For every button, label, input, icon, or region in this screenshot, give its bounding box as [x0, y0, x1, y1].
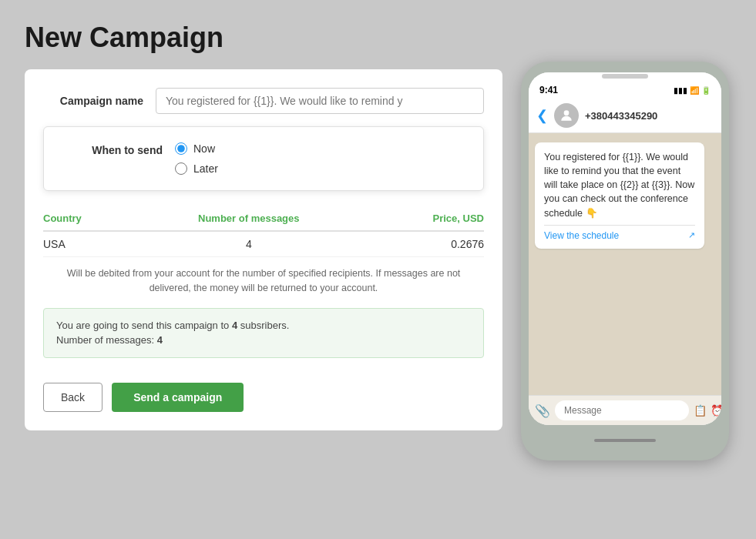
battery-icon: 🔋 [701, 86, 711, 95]
radio-later-input[interactable] [175, 162, 187, 175]
status-icons: ▮▮▮ 📶 🔋 [674, 86, 711, 95]
chat-contact: +380443345290 [585, 110, 657, 122]
main-layout: Campaign name When to send Now Later [0, 69, 756, 460]
recipients-table: Country Number of messages Price, USD US… [43, 206, 484, 257]
status-bar: 9:41 ▮▮▮ 📶 🔋 [529, 80, 721, 99]
chat-header: ❮ +380443345290 [529, 99, 721, 133]
radio-later-label: Later [193, 162, 218, 175]
page-title: New Campaign [0, 0, 756, 69]
when-to-send-label: When to send [62, 142, 163, 156]
when-row: When to send Now Later [62, 142, 465, 175]
chat-message-input[interactable] [555, 400, 689, 420]
chat-message-bubble: You registered for {{1}}. We would like … [535, 142, 704, 249]
col-country: Country [43, 206, 132, 231]
signal-icon: ▮▮▮ [674, 86, 687, 95]
chat-message-text: You registered for {{1}}. We would like … [544, 150, 695, 220]
chat-body: You registered for {{1}}. We would like … [529, 133, 721, 395]
info-line1-suffix: subsribers. [237, 320, 289, 331]
phone-mockup: 9:41 ▮▮▮ 📶 🔋 ❮ +380443345290 [521, 62, 729, 460]
col-price: Price, USD [366, 206, 484, 231]
campaign-name-row: Campaign name [43, 88, 484, 114]
page-container: New Campaign Campaign name When to send … [0, 0, 756, 460]
external-link-icon: ↗ [688, 230, 695, 240]
radio-now-input[interactable] [175, 142, 187, 155]
chat-link-row: View the schedule ↗ [544, 225, 695, 241]
home-indicator [594, 439, 656, 442]
radio-now-label: Now [193, 142, 215, 155]
table-row: USA 4 0.2676 [43, 231, 484, 257]
radio-now[interactable]: Now [175, 142, 218, 155]
table-header-row: Country Number of messages Price, USD [43, 206, 484, 231]
left-panel: Campaign name When to send Now Later [25, 69, 502, 430]
debit-note: Will be debited from your account for th… [43, 266, 484, 296]
clock-icon[interactable]: ⏰ [711, 404, 721, 417]
cell-messages: 4 [132, 231, 366, 257]
wifi-icon: 📶 [690, 86, 699, 95]
avatar [554, 103, 579, 128]
svg-point-0 [564, 110, 570, 116]
chat-back-arrow[interactable]: ❮ [536, 107, 548, 124]
col-messages: Number of messages [132, 206, 366, 231]
campaign-name-label: Campaign name [43, 95, 143, 107]
sticker-icon[interactable]: 📋 [694, 404, 707, 417]
status-time: 9:41 [539, 85, 558, 95]
campaign-name-input[interactable] [156, 88, 484, 114]
when-to-send-panel: When to send Now Later [43, 126, 484, 191]
info-messages: 4 [157, 334, 163, 346]
back-button[interactable]: Back [43, 383, 102, 412]
button-row: Back Send a campaign [43, 377, 484, 412]
chat-link-text[interactable]: View the schedule [544, 230, 619, 241]
notch [602, 74, 648, 79]
info-box: You are going to send this campaign to 4… [43, 308, 484, 358]
info-line1-prefix: You are going to send this campaign to [56, 320, 232, 331]
send-campaign-button[interactable]: Send a campaign [112, 383, 244, 412]
cell-price: 0.2676 [366, 231, 484, 257]
info-line2-prefix: Number of messages: [56, 334, 157, 346]
phone-screen: 9:41 ▮▮▮ 📶 🔋 ❮ +380443345290 [529, 72, 721, 425]
chat-input-bar: 📎 📋 ⏰ 🎤 [529, 395, 721, 425]
radio-group: Now Later [175, 142, 218, 175]
attach-icon[interactable]: 📎 [535, 403, 550, 418]
phone-home-bar [529, 431, 721, 445]
chat-icons-right: 📋 ⏰ 🎤 [694, 404, 721, 417]
radio-later[interactable]: Later [175, 162, 218, 175]
notch-area [529, 72, 721, 80]
cell-country: USA [43, 231, 132, 257]
